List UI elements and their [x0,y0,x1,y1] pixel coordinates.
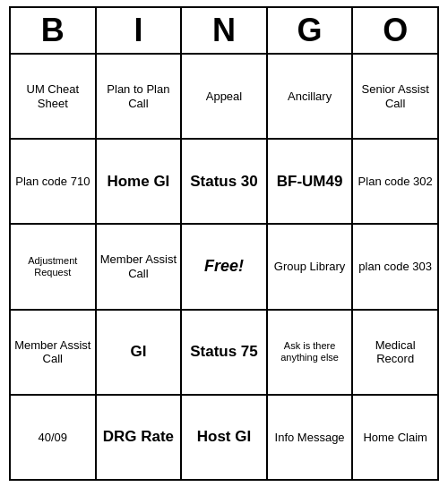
header-letter-o: O [353,8,437,53]
bingo-cell-4-2: Host GI [182,396,268,479]
bingo-cell-2-2: Free! [182,225,268,308]
header-letter-b: B [11,8,97,53]
bingo-cell-3-0: Member Assist Call [11,311,97,394]
bingo-cell-4-1: DRG Rate [97,396,183,479]
bingo-cell-3-3: Ask is there anything else [268,311,354,394]
bingo-cell-0-4: Senior Assist Call [353,55,437,138]
bingo-cell-2-1: Member Assist Call [97,225,183,308]
bingo-row-2: Adjustment RequestMember Assist CallFree… [11,225,437,310]
bingo-cell-2-4: plan code 303 [353,225,437,308]
bingo-cell-3-2: Status 75 [182,311,268,394]
bingo-row-4: 40/09DRG RateHost GIInfo MessageHome Cla… [11,396,437,479]
bingo-grid: UM Cheat SheetPlan to Plan CallAppealAnc… [11,55,437,479]
bingo-cell-1-4: Plan code 302 [353,140,437,223]
bingo-cell-0-2: Appeal [182,55,268,138]
bingo-cell-4-3: Info Message [268,396,354,479]
bingo-cell-3-4: Medical Record [353,311,437,394]
bingo-cell-2-0: Adjustment Request [11,225,97,308]
bingo-cell-1-2: Status 30 [182,140,268,223]
header-letter-i: I [97,8,183,53]
bingo-cell-0-1: Plan to Plan Call [97,55,183,138]
bingo-cell-0-3: Ancillary [268,55,354,138]
bingo-card: BINGO UM Cheat SheetPlan to Plan CallApp… [9,6,439,481]
bingo-cell-4-0: 40/09 [11,396,97,479]
header-letter-n: N [182,8,268,53]
header-letter-g: G [268,8,354,53]
bingo-cell-1-0: Plan code 710 [11,140,97,223]
bingo-cell-0-0: UM Cheat Sheet [11,55,97,138]
bingo-cell-4-4: Home Claim [353,396,437,479]
bingo-cell-2-3: Group Library [268,225,354,308]
bingo-header: BINGO [11,8,437,55]
bingo-row-0: UM Cheat SheetPlan to Plan CallAppealAnc… [11,55,437,140]
bingo-cell-1-1: Home GI [97,140,183,223]
bingo-cell-3-1: GI [97,311,183,394]
bingo-row-3: Member Assist CallGIStatus 75Ask is ther… [11,311,437,396]
bingo-row-1: Plan code 710Home GIStatus 30BF-UM49Plan… [11,140,437,225]
bingo-cell-1-3: BF-UM49 [268,140,354,223]
